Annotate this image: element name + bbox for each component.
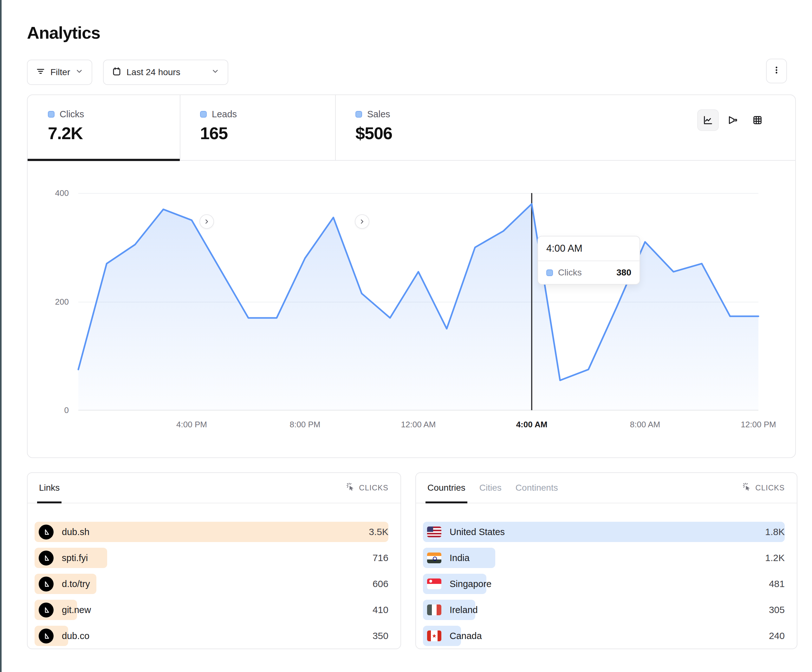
country-label: Ireland — [450, 605, 478, 615]
sales-legend-swatch — [355, 111, 362, 118]
link-row[interactable]: dub.co 350 — [34, 626, 388, 646]
calendar-icon — [112, 67, 121, 78]
filter-button-label: Filter — [50, 67, 70, 77]
stat-label: Clicks — [60, 109, 84, 119]
tooltip-legend-swatch — [546, 269, 553, 276]
country-clicks: 1.8K — [765, 527, 785, 537]
link-row[interactable]: git.new 410 — [34, 600, 388, 620]
ireland-flag-icon — [427, 604, 441, 615]
country-row[interactable]: Canada 240 — [423, 626, 785, 646]
country-label: Canada — [450, 631, 482, 641]
links-metric-selector[interactable]: CLICKS — [346, 483, 388, 493]
link-clicks: 606 — [372, 578, 388, 589]
singapore-flag-icon — [427, 578, 441, 589]
date-range-button[interactable]: Last 24 hours — [103, 60, 228, 85]
table-view-button[interactable] — [747, 109, 768, 131]
y-axis-label: 0 — [64, 406, 69, 415]
country-row[interactable]: United States 1.8K — [423, 522, 785, 542]
link-row[interactable]: spti.fyi 716 — [34, 548, 388, 568]
country-label: United States — [450, 527, 505, 537]
tooltip-time: 4:00 AM — [538, 237, 640, 261]
stat-label: Sales — [367, 109, 390, 119]
dub-logo-icon — [39, 525, 54, 539]
chart-tooltip: 4:00 AM Clicks 380 — [537, 236, 640, 285]
cursor-click-icon — [346, 483, 355, 493]
analytics-card: Clicks 7.2K Leads 165 Sales $506 — [27, 94, 796, 458]
tab-countries-label: Countries — [427, 483, 466, 493]
tab-links[interactable]: Links — [39, 473, 60, 503]
country-row[interactable]: India 1.2K — [423, 548, 785, 568]
area-fill — [78, 204, 758, 410]
more-options-button[interactable] — [766, 59, 787, 84]
tab-cities-label: Cities — [479, 483, 502, 493]
countries-panel: Countries Cities Continents CLICKS Unite… — [415, 472, 797, 649]
link-label: dub.sh — [62, 527, 89, 537]
chart-view-switcher — [697, 109, 768, 131]
filter-icon — [36, 67, 45, 78]
page-title: Analytics — [27, 23, 100, 43]
filter-button[interactable]: Filter — [27, 60, 92, 85]
expand-clicks-chevron-button[interactable] — [200, 214, 214, 229]
country-row[interactable]: Ireland 305 — [423, 600, 785, 620]
clicks-area-chart[interactable]: 0200400 4:00 PM8:00 PM12:00 AM4:00 AM8:0… — [78, 193, 758, 410]
tab-cities[interactable]: Cities — [479, 473, 502, 503]
line-chart-view-button[interactable] — [697, 109, 719, 131]
cursor-click-icon — [742, 483, 751, 493]
link-label: d.to/try — [62, 579, 90, 589]
tab-clicks[interactable]: Clicks 7.2K — [27, 95, 180, 161]
countries-metric-label: CLICKS — [755, 483, 785, 492]
active-tab-underline — [27, 159, 180, 161]
link-clicks: 350 — [372, 631, 388, 641]
countries-metric-selector[interactable]: CLICKS — [742, 483, 785, 493]
divider — [335, 95, 336, 161]
tab-continents-label: Continents — [515, 483, 558, 493]
window-edge-strip — [0, 0, 2, 672]
x-axis-label: 4:00 AM — [516, 420, 548, 430]
funnel-view-button[interactable] — [722, 109, 744, 131]
link-label: spti.fyi — [62, 553, 88, 563]
link-label: dub.co — [62, 631, 89, 641]
links-list: dub.sh 3.5K spti.fyi 716 d.to/try 606 — [27, 503, 401, 646]
country-label: India — [450, 553, 469, 563]
y-axis-label: 200 — [55, 297, 69, 307]
tooltip-series-label: Clicks — [558, 268, 611, 278]
links-metric-label: CLICKS — [359, 483, 388, 492]
y-axis: 0200400 — [31, 193, 69, 410]
countries-list: United States 1.8K India 1.2K Singapore … — [416, 503, 797, 646]
country-row[interactable]: Singapore 481 — [423, 574, 785, 594]
link-clicks: 410 — [372, 604, 388, 615]
expand-leads-chevron-button[interactable] — [355, 214, 369, 229]
x-axis-label: 12:00 PM — [741, 420, 776, 430]
leads-legend-swatch — [200, 111, 207, 118]
country-label: Singapore — [450, 579, 491, 589]
stats-header: Clicks 7.2K Leads 165 Sales $506 — [27, 95, 795, 161]
link-clicks: 716 — [372, 553, 388, 563]
tooltip-value: 380 — [616, 268, 631, 278]
link-row[interactable]: d.to/try 606 — [34, 574, 388, 594]
country-clicks: 305 — [769, 604, 785, 615]
sales-value: $506 — [355, 123, 484, 143]
dub-logo-icon — [39, 576, 54, 592]
us-flag-icon — [427, 527, 441, 537]
tab-countries[interactable]: Countries — [427, 473, 466, 503]
clicks-value: 7.2K — [48, 123, 180, 143]
tab-sales[interactable]: Sales $506 — [335, 95, 484, 161]
kebab-menu-icon — [772, 66, 781, 77]
links-panel: Links CLICKS dub.sh 3.5K spti.fyi 716 — [27, 472, 401, 649]
canada-flag-icon — [427, 631, 441, 641]
tab-continents[interactable]: Continents — [515, 473, 558, 503]
link-row[interactable]: dub.sh 3.5K — [34, 522, 388, 542]
stat-label: Leads — [212, 109, 237, 119]
leads-value: 165 — [200, 123, 335, 143]
dub-logo-icon — [39, 551, 54, 566]
clicks-series — [78, 193, 758, 410]
divider — [180, 95, 181, 161]
date-range-label: Last 24 hours — [126, 67, 181, 77]
india-flag-icon — [427, 553, 441, 563]
country-clicks: 481 — [769, 578, 785, 589]
tab-leads[interactable]: Leads 165 — [180, 95, 335, 161]
x-axis-label: 12:00 AM — [401, 420, 436, 430]
y-axis-label: 400 — [55, 188, 69, 198]
chevron-down-icon — [75, 67, 84, 78]
dub-logo-icon — [39, 602, 54, 617]
